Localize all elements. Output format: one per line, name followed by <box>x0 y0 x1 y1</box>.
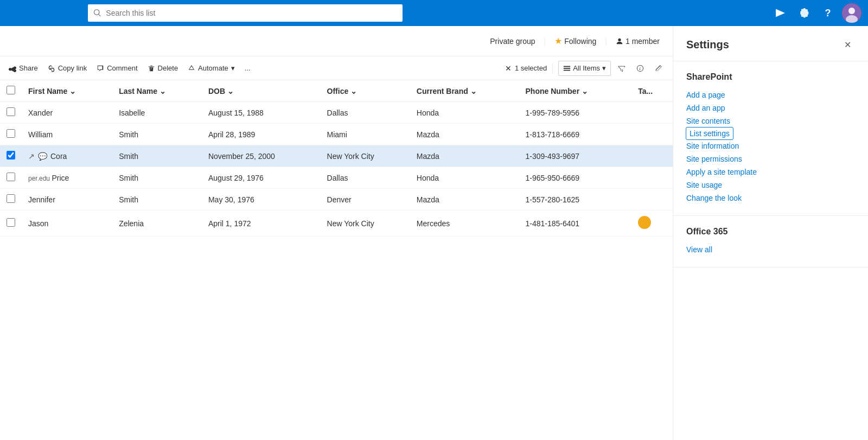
lastname-col-label: Last Name <box>119 87 157 95</box>
cell-office: Denver <box>321 189 410 211</box>
firstname-value: Jennifer <box>28 195 55 204</box>
toolbar-separator <box>552 63 553 74</box>
separator2: | <box>605 37 607 46</box>
share-icon <box>9 65 16 72</box>
svg-rect-3 <box>564 66 570 67</box>
cell-dob: November 25, 2000 <box>202 145 321 167</box>
top-bar-right: ? <box>770 3 861 23</box>
col-header-lastname[interactable]: Last Name ⌄ <box>112 80 202 102</box>
cell-firstname: Xander <box>22 102 112 124</box>
cell-dob: April 1, 1972 <box>202 211 321 237</box>
settings-icon-btn[interactable] <box>794 3 814 23</box>
office365-section: Office 365 View all <box>673 216 868 267</box>
sharepoint-link-apply-a-site-template[interactable]: Apply a site template <box>686 165 855 178</box>
cell-lastname: Isabelle <box>112 102 202 124</box>
more-button[interactable]: ... <box>240 60 255 77</box>
row-checkbox[interactable] <box>7 129 15 138</box>
phone-col-label: Phone Number <box>526 87 580 95</box>
row-checkbox[interactable] <box>7 107 15 116</box>
lastname-sort-icon: ⌄ <box>159 87 166 95</box>
col-header-firstname[interactable]: First Name ⌄ <box>22 80 112 102</box>
office365-link-view-all[interactable]: View all <box>686 243 855 256</box>
search-input[interactable] <box>106 9 397 17</box>
send-icon-btn[interactable] <box>770 3 790 23</box>
col-header-phone[interactable]: Phone Number ⌄ <box>519 80 632 102</box>
filter-icon <box>618 65 626 72</box>
cell-firstname: per.edu Price <box>22 167 112 189</box>
office365-section-title: Office 365 <box>686 227 855 237</box>
svg-rect-5 <box>564 69 570 71</box>
link-icon <box>48 65 55 72</box>
cell-currentbrand: Honda <box>410 167 519 189</box>
sharepoint-link-site-information[interactable]: Site information <box>686 139 855 152</box>
sharepoint-link-add-a-page[interactable]: Add a page <box>686 88 855 101</box>
settings-panel: Settings ✕ SharePoint Add a pageAdd an a… <box>673 26 868 440</box>
cell-lastname: Smith <box>112 145 202 167</box>
all-items-label: All Items <box>573 64 600 72</box>
cell-firstname: Jason <box>22 211 112 237</box>
help-icon-btn[interactable]: ? <box>818 3 838 23</box>
row-share-icon[interactable]: ↗ <box>28 152 35 161</box>
cell-lastname: Smith <box>112 167 202 189</box>
sharepoint-link-list-settings[interactable]: List settings <box>686 127 733 139</box>
cell-office: Miami <box>321 124 410 145</box>
cell-extra <box>631 102 673 124</box>
panel-close-button[interactable]: ✕ <box>840 37 855 52</box>
cell-currentbrand: Mazda <box>410 145 519 167</box>
firstname-value: Cora <box>50 152 67 161</box>
main-wrapper: Private group | ★ Following | 1 member S… <box>0 26 868 440</box>
row-checkbox[interactable] <box>7 194 15 203</box>
phone-sort-icon: ⌄ <box>582 87 588 95</box>
following-button[interactable]: ★ Following <box>554 36 596 46</box>
sharepoint-link-change-the-look[interactable]: Change the look <box>686 192 855 205</box>
search-icon <box>93 9 101 17</box>
firstname-value: Price <box>52 174 69 182</box>
selected-count-label: 1 selected <box>515 64 547 72</box>
cell-dob: May 30, 1976 <box>202 189 321 211</box>
col-header-dob[interactable]: DOB ⌄ <box>202 80 321 102</box>
copy-link-button[interactable]: Copy link <box>43 60 91 77</box>
sharepoint-link-site-permissions[interactable]: Site permissions <box>686 152 855 165</box>
list-table: First Name ⌄ Last Name ⌄ <box>0 80 673 237</box>
sharepoint-link-add-an-app[interactable]: Add an app <box>686 101 855 114</box>
cell-phonenumber: 1-309-493-9697 <box>519 145 632 167</box>
comment-icon <box>97 65 104 72</box>
col-header-brand[interactable]: Current Brand ⌄ <box>410 80 519 102</box>
table-row: JasonZeleniaApril 1, 1972New York CityMe… <box>0 211 673 237</box>
cell-dob: April 28, 1989 <box>202 124 321 145</box>
cell-firstname: William <box>22 124 112 145</box>
cell-lastname: Smith <box>112 124 202 145</box>
svg-point-1 <box>848 8 855 14</box>
info-button[interactable] <box>633 61 648 76</box>
filter-button[interactable] <box>614 61 629 76</box>
col-header-extra[interactable]: Ta... <box>631 80 673 102</box>
row-checkbox[interactable] <box>7 218 15 227</box>
view-selector[interactable]: All Items ▾ <box>558 61 611 76</box>
sharepoint-link-site-usage[interactable]: Site usage <box>686 178 855 192</box>
col-header-office[interactable]: Office ⌄ <box>321 80 410 102</box>
table-row: JenniferSmithMay 30, 1976DenverMazda1-55… <box>0 189 673 211</box>
table-row: ↗💬CoraSmithNovember 25, 2000New York Cit… <box>0 145 673 167</box>
row-comment-icon[interactable]: 💬 <box>38 152 47 161</box>
office-col-label: Office <box>327 87 349 95</box>
share-button[interactable]: Share <box>4 60 42 77</box>
firstname-col-label: First Name <box>28 87 67 95</box>
cell-dob: August 15, 1988 <box>202 102 321 124</box>
select-all-checkbox[interactable] <box>7 86 15 94</box>
table-row: XanderIsabelleAugust 15, 1988DallasHonda… <box>0 102 673 124</box>
search-box-container <box>88 4 403 22</box>
view-chevron-icon: ▾ <box>602 64 606 72</box>
sharepoint-link-site-contents[interactable]: Site contents <box>686 114 855 127</box>
comment-button[interactable]: Comment <box>92 60 142 77</box>
delete-button[interactable]: Delete <box>143 60 183 77</box>
row-checkbox[interactable] <box>7 151 15 160</box>
clear-selection-button[interactable]: ✕ <box>505 64 512 73</box>
select-all-col <box>0 80 22 102</box>
panel-header: Settings ✕ <box>673 26 868 61</box>
row-checkbox[interactable] <box>7 173 15 181</box>
private-group-label: Private group <box>490 37 535 46</box>
avatar[interactable] <box>842 3 861 23</box>
edit-button[interactable] <box>651 61 666 76</box>
cell-extra <box>631 189 673 211</box>
automate-button[interactable]: Automate ▾ <box>183 60 239 77</box>
